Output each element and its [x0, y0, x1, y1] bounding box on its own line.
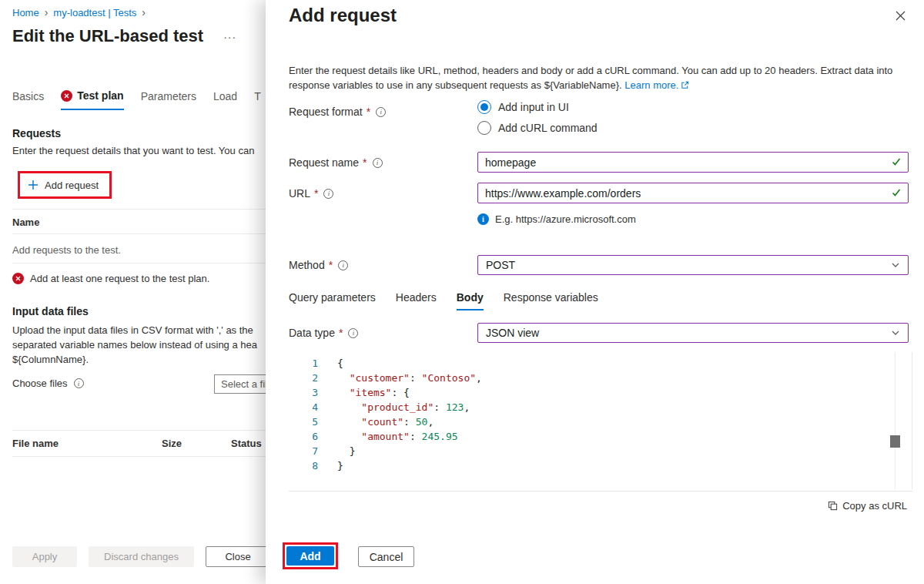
request-name-field [477, 152, 909, 173]
add-request-callout: Add request [18, 171, 112, 199]
copy-as-curl-label: Copy as cURL [842, 500, 907, 512]
line-number: 7 [289, 444, 318, 458]
breadcrumb-separator-icon: › [142, 6, 146, 18]
divider [12, 209, 273, 210]
line-number: 3 [289, 385, 318, 400]
error-icon [61, 90, 72, 102]
method-dropdown[interactable]: POST [477, 255, 909, 275]
status-column-header: Status [231, 438, 262, 449]
learn-more-label: Learn more. [624, 79, 678, 91]
copy-icon [828, 501, 838, 511]
info-icon [348, 328, 358, 338]
breadcrumb-tests-link[interactable]: my-loadtest | Tests [53, 7, 136, 18]
close-icon[interactable] [896, 11, 906, 21]
code-line: } [337, 444, 482, 458]
cancel-button[interactable]: Cancel [358, 546, 414, 567]
breadcrumb: Home › my-loadtest | Tests › [12, 6, 146, 18]
url-hint-text: E.g. https://azure.microsoft.com [495, 213, 636, 225]
requests-section-heading: Requests [12, 127, 61, 139]
page-title: Edit the URL-based test [12, 26, 203, 46]
close-button[interactable]: Close [206, 546, 270, 567]
input-data-files-heading: Input data files [12, 305, 89, 317]
requests-empty-text: Add requests to the test. [12, 244, 121, 256]
choose-files-label: Choose files [12, 378, 84, 389]
data-type-selected-value: JSON view [486, 327, 539, 339]
request-name-input[interactable] [477, 152, 909, 173]
editor-scrollbar-thumb[interactable] [890, 435, 900, 448]
url-label-text: URL [289, 187, 310, 200]
more-options-button[interactable]: ··· [223, 31, 236, 43]
copy-as-curl-button[interactable]: Copy as cURL [828, 500, 907, 512]
external-link-icon [681, 81, 689, 89]
code-line: "items": { [337, 385, 482, 400]
breadcrumb-home-link[interactable]: Home [12, 7, 39, 18]
code-line: "count": 50, [337, 415, 482, 429]
add-button-callout: Add [283, 542, 338, 569]
method-label: Method * [289, 259, 348, 271]
info-icon [338, 260, 348, 270]
tab-query-parameters[interactable]: Query parameters [289, 291, 376, 310]
url-field [477, 183, 909, 203]
title-row: Edit the URL-based test ··· [12, 26, 236, 46]
editor-gutter: 12345678 [289, 352, 324, 489]
page-tabs: Basics Test plan Parameters Load T [12, 89, 261, 110]
apply-button[interactable]: Apply [12, 546, 77, 567]
line-number: 8 [289, 458, 318, 473]
divider [289, 491, 912, 492]
url-input[interactable] [477, 183, 909, 203]
url-hint: E.g. https://azure.microsoft.com [477, 213, 636, 225]
method-label-text: Method [289, 259, 325, 271]
description-line: ${ColumnName}. [12, 352, 257, 367]
tab-headers[interactable]: Headers [396, 291, 437, 310]
data-type-label-text: Data type [289, 327, 335, 339]
chevron-down-icon [891, 328, 900, 337]
json-body-editor[interactable]: 12345678 { "customer": "Contoso", "items… [289, 352, 912, 489]
tab-response-variables[interactable]: Response variables [504, 291, 598, 310]
radio-add-curl-command[interactable]: Add cURL command [477, 121, 598, 135]
learn-more-link[interactable]: Learn more. [624, 79, 689, 91]
request-detail-tabs: Query parameters Headers Body Response v… [289, 291, 598, 310]
valid-check-icon [891, 156, 902, 167]
add-button[interactable]: Add [286, 546, 334, 566]
line-number: 5 [289, 415, 318, 429]
radio-option-label: Add cURL command [498, 122, 598, 134]
info-icon [74, 378, 84, 388]
required-mark: * [339, 327, 343, 339]
code-line: } [337, 458, 482, 473]
code-line: { [337, 356, 482, 371]
line-number: 4 [289, 400, 318, 415]
size-column-header: Size [162, 438, 182, 449]
add-request-button[interactable]: Add request [22, 175, 108, 195]
valid-check-icon [891, 187, 902, 198]
error-icon [12, 273, 24, 284]
line-number: 2 [289, 371, 318, 385]
radio-option-label: Add input in UI [498, 101, 569, 113]
divider [12, 456, 273, 457]
data-type-label: Data type * [289, 327, 358, 339]
tab-test-plan-label: Test plan [77, 89, 123, 102]
tab-body[interactable]: Body [457, 291, 484, 310]
requests-description: Enter the request details that you want … [12, 145, 254, 156]
radio-add-input-in-ui[interactable]: Add input in UI [477, 100, 598, 114]
line-number: 6 [289, 429, 318, 444]
description-line: Upload the input data files in CSV forma… [12, 323, 257, 337]
data-type-dropdown[interactable]: JSON view [477, 323, 909, 343]
requests-validation-error: Add at least one request to the test pla… [12, 273, 209, 284]
validation-error-text: Add at least one request to the test pla… [30, 273, 209, 284]
tab-test-criteria[interactable]: T [254, 89, 261, 110]
divider [12, 233, 273, 234]
request-name-label-text: Request name [289, 156, 359, 169]
tab-parameters[interactable]: Parameters [141, 89, 196, 110]
add-request-panel: Add request Enter the request details li… [266, 0, 924, 584]
panel-description-text: Enter the request details like URL, meth… [289, 65, 892, 91]
panel-description: Enter the request details like URL, meth… [289, 63, 903, 92]
line-number: 1 [289, 356, 318, 371]
discard-changes-button[interactable]: Discard changes [89, 546, 194, 567]
required-mark: * [314, 187, 318, 200]
editor-scrollbar-track [895, 352, 896, 489]
radio-selected-icon [477, 100, 491, 114]
info-icon [373, 158, 383, 168]
tab-basics[interactable]: Basics [12, 89, 44, 110]
tab-test-plan[interactable]: Test plan [61, 89, 123, 110]
tab-load[interactable]: Load [213, 89, 237, 110]
